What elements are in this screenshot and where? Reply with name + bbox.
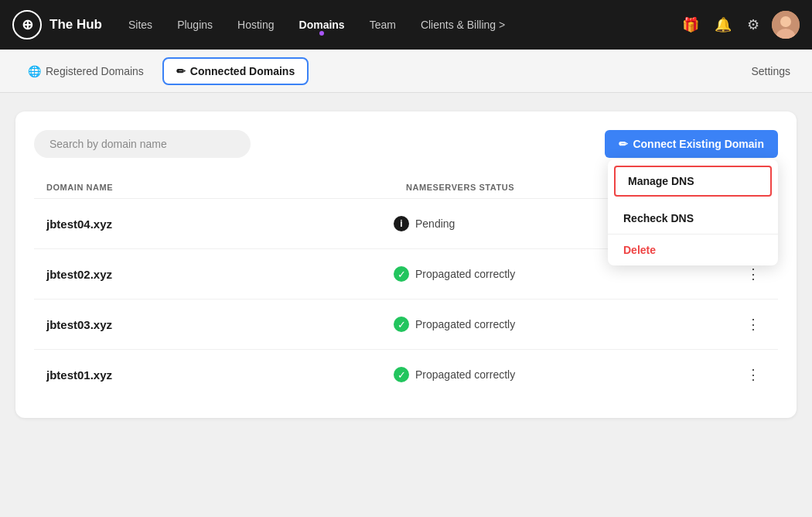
domain-name-cell: jbtest01.xyz (46, 368, 394, 382)
status-text: Propagated correctly (415, 268, 515, 280)
brand-name: The Hub (49, 17, 102, 33)
domains-card: Search by domain name ✏ Connect Existing… (15, 111, 797, 418)
table-row: jbtest01.xyz ✓ Propagated correctly (34, 350, 778, 399)
active-nav-dot (319, 31, 324, 36)
tab-registered-domains-label: Registered Domains (46, 65, 144, 77)
connect-existing-domain-button[interactable]: ✏ Connect Existing Domain (605, 130, 778, 158)
avatar-image (772, 11, 800, 39)
status-ok-icon: ✓ (394, 266, 409, 282)
domain-name-cell: jbtest04.xyz (46, 217, 394, 231)
three-dots-icon (746, 265, 760, 282)
status-info-icon: i (394, 216, 409, 231)
recheck-dns-item[interactable]: Recheck DNS (608, 203, 778, 234)
three-dots-icon (746, 316, 760, 333)
gift-icon[interactable]: 🎁 (676, 10, 705, 39)
delete-item[interactable]: Delete (608, 235, 778, 265)
top-navigation: ⊕ The Hub Sites Plugins Hosting Domains … (0, 0, 812, 50)
search-input[interactable]: Search by domain name (34, 130, 251, 158)
col-domain-name: DOMAIN NAME (46, 183, 406, 192)
status-text: Pending (415, 217, 455, 230)
nav-plugins[interactable]: Plugins (166, 12, 223, 37)
bell-icon[interactable]: 🔔 (708, 10, 738, 39)
logo-area[interactable]: ⊕ The Hub (12, 10, 102, 39)
status-text: Propagated correctly (415, 318, 515, 330)
nav-hosting[interactable]: Hosting (227, 12, 285, 37)
svg-point-1 (780, 16, 791, 27)
manage-dns-item[interactable]: Manage DNS (614, 166, 772, 197)
settings-link[interactable]: Settings (745, 59, 797, 84)
nav-domains[interactable]: Domains (288, 12, 356, 37)
domain-name-cell: jbtest02.xyz (46, 268, 394, 281)
row-action-button[interactable] (741, 312, 766, 337)
sub-navigation: 🌐 Registered Domains ✏ Connected Domains… (0, 50, 812, 93)
logo-icon: ⊕ (12, 10, 42, 39)
nav-sites[interactable]: Sites (118, 12, 163, 37)
tab-connected-domains[interactable]: ✏ Connected Domains (162, 57, 309, 85)
status-ok-icon: ✓ (394, 367, 409, 382)
connect-btn-container: ✏ Connect Existing Domain Manage DNS Rec… (605, 130, 778, 158)
nav-clients-billing[interactable]: Clients & Billing > (410, 12, 516, 37)
table-row: jbtest03.xyz ✓ Propagated correctly (34, 300, 778, 350)
domain-name-cell: jbtest03.xyz (46, 318, 394, 331)
globe-icon: 🌐 (28, 65, 41, 77)
status-cell: ✓ Propagated correctly (394, 266, 741, 282)
toolbar: Search by domain name ✏ Connect Existing… (34, 130, 778, 158)
domain-action-dropdown: Manage DNS Recheck DNS Delete (608, 159, 778, 265)
avatar[interactable] (772, 11, 800, 39)
gear-icon[interactable]: ⚙ (741, 10, 766, 39)
main-content: Search by domain name ✏ Connect Existing… (0, 93, 812, 517)
connect-icon: ✏ (619, 138, 628, 150)
tab-connected-domains-label: Connected Domains (190, 65, 295, 77)
nav-team[interactable]: Team (359, 12, 407, 37)
status-cell: ✓ Propagated correctly (394, 367, 741, 382)
pencil-icon: ✏ (176, 65, 186, 77)
connect-btn-label: Connect Existing Domain (633, 138, 764, 150)
status-text: Propagated correctly (415, 368, 515, 381)
status-cell: ✓ Propagated correctly (394, 317, 741, 332)
three-dots-icon (746, 366, 760, 383)
row-action-button[interactable] (741, 362, 766, 387)
status-ok-icon: ✓ (394, 317, 409, 332)
tab-registered-domains[interactable]: 🌐 Registered Domains (15, 59, 156, 84)
